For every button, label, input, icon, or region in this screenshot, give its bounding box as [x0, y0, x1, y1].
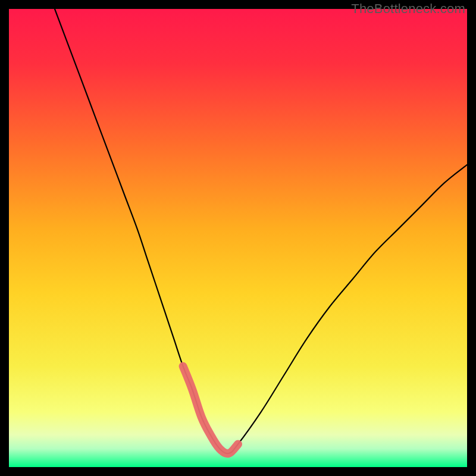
watermark-text: TheBottleneck.com: [351, 1, 465, 17]
gradient-background: [9, 9, 467, 467]
bottleneck-chart: [9, 9, 467, 467]
chart-frame: { "watermark": "TheBottleneck.com", "col…: [0, 0, 476, 476]
